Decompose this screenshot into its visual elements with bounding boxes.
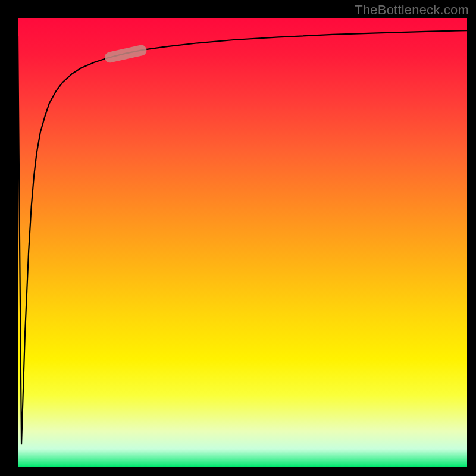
bottleneck-curve bbox=[18, 30, 467, 444]
highlight-marker bbox=[104, 44, 148, 64]
chart-svg bbox=[18, 18, 467, 467]
chart-frame: TheBottleneck.com bbox=[0, 0, 476, 476]
watermark-label: TheBottleneck.com bbox=[355, 2, 469, 18]
plot-area bbox=[18, 18, 467, 467]
